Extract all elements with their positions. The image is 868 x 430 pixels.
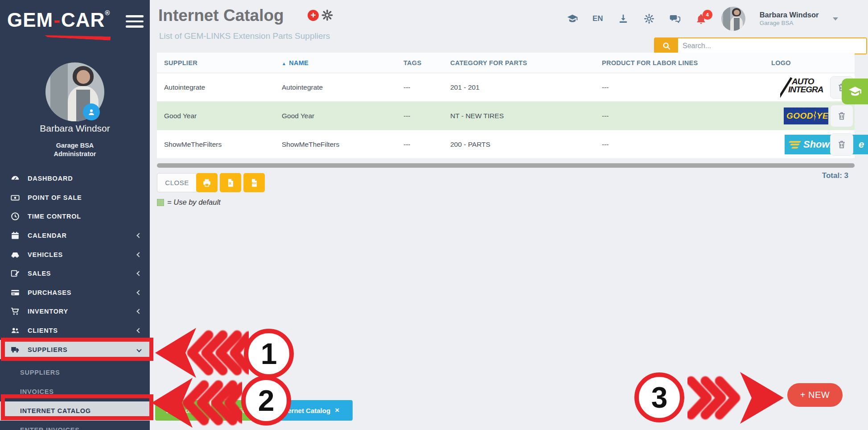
tab-dashboard[interactable]: Dashboard bbox=[155, 400, 210, 421]
cell-supplier: Autointegrate bbox=[164, 73, 205, 102]
legend-color-swatch bbox=[157, 199, 164, 206]
notifications-bell-icon[interactable]: 4 bbox=[695, 13, 707, 25]
page-subtitle: List of GEM-LINKS Extension Parts Suppli… bbox=[159, 31, 330, 41]
sidebar-item-sales[interactable]: SALES bbox=[0, 264, 150, 283]
excel-file-icon: X bbox=[226, 178, 235, 188]
cell-category: 201 - 201 bbox=[450, 73, 480, 102]
dashboard-gauge-icon bbox=[10, 173, 21, 184]
page-settings-gear-icon[interactable] bbox=[321, 9, 333, 21]
delete-trash-button[interactable] bbox=[830, 133, 853, 156]
settings-gear-icon[interactable] bbox=[643, 13, 655, 25]
sidebar-item-calendar[interactable]: CALENDAR bbox=[0, 226, 150, 245]
sidebar-item-clients[interactable]: CLIENTS bbox=[0, 321, 150, 340]
academy-graduation-cap-icon[interactable] bbox=[567, 13, 578, 25]
download-icon[interactable] bbox=[617, 13, 629, 25]
submenu-item-label: INTERNET CATALOG bbox=[20, 407, 91, 414]
table-header: SUPPLIER ▲NAME TAGS CATEGORY FOR PARTS P… bbox=[157, 53, 855, 73]
language-selector[interactable]: EN bbox=[592, 14, 603, 23]
sidebar-item-purchases[interactable]: PURCHASES bbox=[0, 283, 150, 302]
sidebar-item-label: SALES bbox=[28, 270, 51, 277]
search-bar bbox=[654, 37, 867, 54]
submenu-item-invoices[interactable]: INVOICES bbox=[0, 382, 150, 401]
logo-gem: GEM bbox=[7, 9, 53, 31]
column-header-name[interactable]: ▲NAME bbox=[282, 53, 309, 73]
horizontal-scrollbar[interactable] bbox=[157, 163, 855, 168]
submenu-item-enter-invoices[interactable]: ENTER INVOICES bbox=[0, 421, 150, 430]
tab-label: Internet Catalog bbox=[280, 407, 330, 414]
sidebar-item-label: CLIENTS bbox=[28, 327, 58, 334]
sidebar-item-time-control[interactable]: TIME CONTROL bbox=[0, 207, 150, 226]
svg-text:X: X bbox=[229, 182, 232, 186]
submenu-item-suppliers[interactable]: SUPPLIERS bbox=[0, 363, 150, 382]
sidebar-item-label: VEHICLES bbox=[28, 251, 63, 258]
sidebar-item-label: SUPPLIERS bbox=[28, 346, 67, 353]
column-header-logo[interactable]: LOGO bbox=[771, 53, 791, 73]
cell-category: NT - NEW TIRES bbox=[450, 102, 504, 130]
search-input[interactable] bbox=[678, 38, 866, 54]
tab-internet-catalog[interactable]: Internet Catalog × bbox=[266, 400, 353, 421]
profile-role: Administrator bbox=[0, 150, 150, 157]
money-bill-icon bbox=[10, 192, 21, 203]
legend-text: = Use by default bbox=[167, 198, 221, 207]
main-content: Internet Catalog + List of GEM-LINKS Ext… bbox=[150, 0, 868, 430]
column-header-tags[interactable]: TAGS bbox=[403, 53, 421, 73]
sidebar-item-point-of-sale[interactable]: POINT OF SALE bbox=[0, 188, 150, 207]
column-header-category[interactable]: CATEGORY FOR PARTS bbox=[450, 53, 527, 73]
user-avatar[interactable] bbox=[721, 7, 745, 31]
sidebar-item-vehicles[interactable]: VEHICLES bbox=[0, 245, 150, 264]
submenu-item-label: SUPPLIERS bbox=[20, 369, 60, 376]
profile-org: Garage BSA bbox=[0, 142, 150, 149]
tab-close-icon[interactable]: × bbox=[335, 406, 339, 415]
sidebar-item-label: POINT OF SALE bbox=[28, 194, 82, 201]
training-academy-button[interactable] bbox=[842, 79, 868, 104]
tab-label: Dashboard bbox=[166, 407, 198, 414]
cell-product: --- bbox=[602, 73, 609, 102]
topbar: EN 4 Barbara Windsor Garage BSA bbox=[567, 5, 838, 32]
sidebar-item-dashboard[interactable]: DASHBOARD bbox=[0, 169, 150, 188]
delete-trash-button[interactable] bbox=[830, 105, 853, 127]
default-legend: = Use by default bbox=[157, 198, 221, 207]
close-button[interactable]: CLOSE bbox=[157, 173, 197, 192]
search-button[interactable] bbox=[655, 38, 678, 54]
chevron-left-icon bbox=[136, 309, 141, 314]
sidebar-item-inventory[interactable]: INVENTORY bbox=[0, 302, 150, 321]
print-button[interactable] bbox=[196, 173, 218, 192]
gem-car-logo: GEM-CAR® bbox=[7, 9, 110, 31]
column-header-supplier[interactable]: SUPPLIER bbox=[164, 53, 197, 73]
table-row[interactable]: ShowMeTheFilters ShowMeTheFilters --- 20… bbox=[157, 130, 855, 159]
notification-count-badge: 4 bbox=[703, 10, 712, 20]
hamburger-menu-icon[interactable] bbox=[126, 15, 144, 31]
sidebar-item-label: CALENDAR bbox=[28, 232, 67, 239]
table-row[interactable]: Autointegrate Autointegrate --- 201 - 20… bbox=[157, 73, 855, 102]
user-menu[interactable]: Barbara Windsor Garage BSA bbox=[760, 10, 819, 27]
chat-icon[interactable] bbox=[669, 13, 681, 25]
add-plus-icon[interactable]: + bbox=[308, 10, 319, 21]
new-button[interactable]: + NEW bbox=[787, 383, 843, 407]
tab-suppliers[interactable]: Suppliers bbox=[211, 400, 264, 421]
trash-icon bbox=[837, 140, 847, 149]
suppliers-submenu: SUPPLIERS INVOICES INTERNET CATALOG ENTE… bbox=[0, 363, 150, 430]
submenu-item-internet-catalog[interactable]: INTERNET CATALOG bbox=[0, 401, 150, 421]
printer-icon bbox=[202, 178, 212, 188]
chevron-left-icon bbox=[136, 290, 141, 295]
export-excel-button[interactable]: X bbox=[220, 173, 241, 192]
table-row[interactable]: Good Year Good Year --- NT - NEW TIRES -… bbox=[157, 102, 855, 130]
column-header-product[interactable]: PRODUCT FOR LABOR LINES bbox=[602, 53, 698, 73]
edit-pencil-icon bbox=[10, 268, 21, 279]
page-title: Internet Catalog bbox=[158, 6, 284, 25]
export-pdf-button[interactable]: PDF bbox=[243, 173, 265, 192]
search-icon bbox=[662, 41, 671, 51]
logo-car: CAR bbox=[61, 9, 105, 31]
sidebar: GEM-CAR® Barbara Windsor Garage BSA Admi… bbox=[0, 0, 150, 430]
credit-card-icon bbox=[10, 287, 21, 298]
autointegrate-logo: AUTOINTEGRA bbox=[780, 77, 830, 98]
topbar-user-name: Barbara Windsor bbox=[760, 10, 819, 20]
trash-icon bbox=[837, 111, 847, 121]
user-dropdown-caret-icon[interactable] bbox=[833, 17, 838, 21]
cell-name: Good Year bbox=[282, 102, 314, 130]
clock-icon bbox=[10, 211, 21, 222]
truck-icon bbox=[10, 344, 21, 355]
sidebar-item-suppliers[interactable]: SUPPLIERS bbox=[0, 340, 150, 359]
calendar-icon bbox=[10, 230, 21, 241]
sidebar-menu: DASHBOARD POINT OF SALE TIME CONTROL CAL… bbox=[0, 169, 150, 430]
